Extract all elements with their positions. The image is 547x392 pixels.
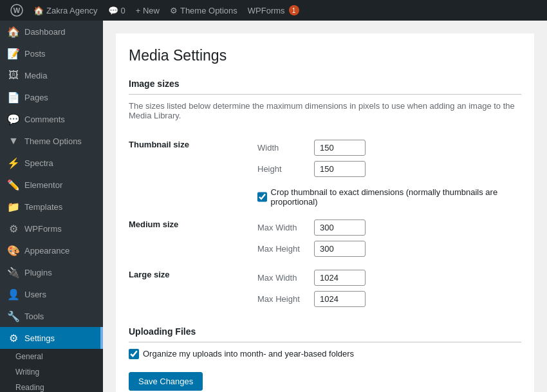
submenu-general-label: General xyxy=(15,352,43,361)
sidebar-label-comments: Comments xyxy=(24,115,65,124)
sidebar-label-pages: Pages xyxy=(24,93,48,102)
medium-fields: Max Width Max Height xyxy=(257,213,521,263)
medium-max-height-input[interactable] xyxy=(314,241,366,257)
submenu-reading[interactable]: Reading xyxy=(0,380,103,392)
organize-uploads-label[interactable]: Organize my uploads into month- and year… xyxy=(143,349,354,359)
site-name-link[interactable]: 🏠 Zakra Agency xyxy=(28,0,103,21)
sidebar-label-wpforms: WPForms xyxy=(24,224,62,234)
large-fields: Max Width Max Height xyxy=(257,263,521,313)
sidebar: 🏠 Dashboard 📝 Posts 🖼 Media 📄 Pages 💬 Co… xyxy=(0,21,103,392)
sidebar-item-settings[interactable]: ⚙ Settings xyxy=(0,327,103,349)
medium-max-width-label: Max Width xyxy=(257,223,309,232)
uploading-section: Uploading Files Organize my uploads into… xyxy=(129,326,521,359)
sidebar-item-posts[interactable]: 📝 Posts xyxy=(0,42,103,64)
comments-count: 0 xyxy=(121,6,125,15)
medium-max-height-label: Max Height xyxy=(257,244,309,254)
elementor-icon: ✏️ xyxy=(8,179,19,191)
sidebar-item-comments[interactable]: 💬 Comments xyxy=(0,108,103,130)
large-row: Large size Max Width Max Height xyxy=(129,263,521,313)
crop-thumbnail-checkbox[interactable] xyxy=(257,192,267,202)
organize-uploads-checkbox[interactable] xyxy=(129,349,139,359)
sidebar-label-settings: Settings xyxy=(24,333,55,343)
settings-submenu: General Writing Reading Discussion Media… xyxy=(0,349,103,392)
medium-row: Medium size Max Width Max Height xyxy=(129,213,521,263)
theme-options-label: Theme Options xyxy=(180,6,237,15)
settings-wrap: Media Settings Image sizes The sizes lis… xyxy=(116,33,534,392)
sidebar-item-dashboard[interactable]: 🏠 Dashboard xyxy=(0,21,103,42)
thumbnail-width-input[interactable] xyxy=(314,140,366,156)
sidebar-item-media[interactable]: 🖼 Media xyxy=(0,64,103,86)
media-icon: 🖼 xyxy=(8,70,19,81)
sidebar-item-theme-options[interactable]: ▼ Theme Options xyxy=(0,130,103,152)
tools-icon: 🔧 xyxy=(8,310,19,322)
sidebar-label-plugins: Plugins xyxy=(24,268,52,277)
spectra-icon: ⚡ xyxy=(8,157,19,169)
plugins-icon: 🔌 xyxy=(8,266,19,278)
templates-icon: 📁 xyxy=(8,201,19,212)
large-max-height-label: Max Height xyxy=(257,294,309,304)
crop-thumbnail-label[interactable]: Crop thumbnail to exact dimensions (norm… xyxy=(271,187,521,207)
wpforms-link[interactable]: WPForms 1 xyxy=(243,0,304,21)
wpforms-sidebar-icon: ⚙ xyxy=(8,223,19,234)
sidebar-label-appearance: Appearance xyxy=(24,246,70,256)
sidebar-item-spectra[interactable]: ⚡ Spectra xyxy=(0,152,103,174)
svg-text:W: W xyxy=(14,6,21,14)
large-max-width-input[interactable] xyxy=(314,270,366,286)
sidebar-label-tools: Tools xyxy=(24,312,44,321)
admin-bar: W 🏠 Zakra Agency 💬 0 + New ⚙ Theme Optio… xyxy=(0,0,547,21)
submenu-writing-label: Writing xyxy=(15,368,39,377)
sidebar-item-users[interactable]: 👤 Users xyxy=(0,283,103,305)
thumbnail-label: Thumbnail size xyxy=(129,133,257,213)
comments-sidebar-icon: 💬 xyxy=(8,113,19,125)
save-changes-button[interactable]: Save Changes xyxy=(129,372,203,391)
sidebar-label-templates: Templates xyxy=(24,202,62,212)
large-max-height-input[interactable] xyxy=(314,291,366,307)
image-sizes-heading: Image sizes xyxy=(129,79,521,95)
thumbnail-row: Thumbnail size Width Height xyxy=(129,133,521,213)
new-label: + New xyxy=(136,6,160,15)
submenu-reading-label: Reading xyxy=(15,383,44,392)
sidebar-label-elementor: Elementor xyxy=(24,180,62,190)
theme-options-link[interactable]: ⚙ Theme Options xyxy=(165,0,243,21)
sidebar-item-templates[interactable]: 📁 Templates xyxy=(0,196,103,218)
submenu-writing[interactable]: Writing xyxy=(0,364,103,380)
submenu-general[interactable]: General xyxy=(0,349,103,364)
appearance-icon: 🎨 xyxy=(8,245,19,256)
wpforms-count: 1 xyxy=(289,5,299,15)
wpforms-label: WPForms xyxy=(248,6,285,15)
new-content-link[interactable]: + New xyxy=(131,0,165,21)
sidebar-label-media: Media xyxy=(24,71,47,80)
sidebar-label-users: Users xyxy=(24,290,46,299)
large-max-width-label: Max Width xyxy=(257,273,309,283)
dashboard-icon: 🏠 xyxy=(8,26,19,37)
site-icon: 🏠 xyxy=(33,6,44,15)
sidebar-item-appearance[interactable]: 🎨 Appearance xyxy=(0,239,103,261)
users-icon: 👤 xyxy=(8,288,19,300)
medium-label: Medium size xyxy=(129,213,257,263)
sidebar-item-elementor[interactable]: ✏️ Elementor xyxy=(0,174,103,196)
sidebar-label-theme-options: Theme Options xyxy=(24,136,82,146)
sidebar-item-tools[interactable]: 🔧 Tools xyxy=(0,305,103,327)
comments-icon: 💬 xyxy=(108,6,118,15)
gear-icon: ⚙ xyxy=(170,6,178,15)
uploading-heading: Uploading Files xyxy=(129,326,521,342)
sidebar-item-plugins[interactable]: 🔌 Plugins xyxy=(0,261,103,283)
medium-max-width-input[interactable] xyxy=(314,219,366,236)
wordpress-logo[interactable]: W xyxy=(5,4,28,17)
site-name: Zakra Agency xyxy=(46,6,98,15)
image-sizes-table: Thumbnail size Width Height xyxy=(129,133,521,313)
sidebar-item-pages[interactable]: 📄 Pages xyxy=(0,86,103,108)
image-sizes-desc: The sizes listed below determine the max… xyxy=(129,101,521,120)
theme-options-icon: ▼ xyxy=(8,135,19,147)
sidebar-label-spectra: Spectra xyxy=(24,158,53,168)
thumbnail-height-label: Height xyxy=(257,164,309,174)
large-label: Large size xyxy=(129,263,257,313)
main-content: Media Settings Image sizes The sizes lis… xyxy=(103,21,547,392)
comments-link[interactable]: 💬 0 xyxy=(103,0,131,21)
thumbnail-height-input[interactable] xyxy=(314,161,366,177)
posts-icon: 📝 xyxy=(8,48,19,59)
thumbnail-width-label: Width xyxy=(257,143,309,153)
sidebar-item-wpforms[interactable]: ⚙ WPForms xyxy=(0,218,103,239)
page-title: Media Settings xyxy=(129,46,521,66)
sidebar-label-posts: Posts xyxy=(24,49,46,59)
